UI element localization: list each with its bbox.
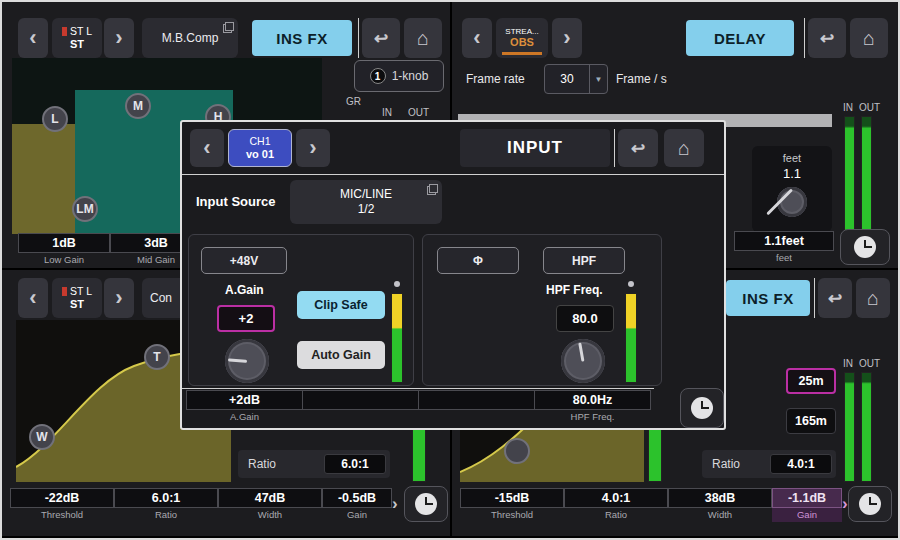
out-label: OUT: [408, 107, 429, 118]
one-knob-icon: [370, 68, 386, 84]
divider: [804, 18, 805, 58]
threshold-cell[interactable]: -22dBThreshold: [10, 488, 114, 522]
chevron-down-icon: [589, 65, 607, 93]
next-button[interactable]: [104, 18, 134, 58]
footer-expand-icon[interactable]: [392, 494, 398, 514]
next-button[interactable]: [296, 129, 330, 167]
undo-icon[interactable]: [818, 278, 852, 318]
ratio-label: Ratio: [702, 457, 740, 471]
back-button[interactable]: [190, 129, 224, 167]
feet-label: feet: [783, 152, 801, 164]
clock-icon: [415, 493, 437, 515]
out-label: OUT: [859, 358, 880, 369]
threshold-knob[interactable]: T: [144, 344, 170, 370]
hpf-freq-knob[interactable]: [561, 339, 605, 383]
home-icon[interactable]: [850, 18, 888, 58]
hpf-group: Φ HPF HPF Freq. 80.0: [422, 234, 662, 386]
gain-cell[interactable]: -0.5dBGain: [322, 488, 392, 522]
channel-name-2: vo 01: [246, 148, 274, 161]
one-knob-button[interactable]: 1-knob: [354, 60, 444, 92]
channel-select-button[interactable]: ST L ST: [52, 278, 102, 318]
in-meter: [844, 116, 855, 232]
clip-led: [628, 281, 634, 287]
low-gain-cell[interactable]: 1dBLow Gain: [18, 233, 110, 267]
width-cell[interactable]: 38dBWidth: [668, 488, 772, 522]
screen-title: DELAY: [686, 20, 794, 56]
empty-cell[interactable]: [302, 390, 419, 424]
ratio-label: Ratio: [238, 457, 276, 471]
popup-title: INPUT: [460, 129, 610, 167]
delay-value-box[interactable]: 25m: [786, 368, 836, 394]
channel-select-button[interactable]: CH1 vo 01: [228, 129, 292, 167]
ratio-cell[interactable]: 6.0:1Ratio: [114, 488, 218, 522]
channel-name-2: ST: [70, 298, 84, 311]
clip-safe-button[interactable]: Clip Safe: [297, 291, 385, 319]
channel-name: ST L: [70, 25, 92, 38]
next-button[interactable]: [552, 18, 582, 58]
width-knob[interactable]: W: [29, 424, 55, 450]
meter-clock-button[interactable]: [680, 388, 724, 428]
clock-icon: [691, 397, 713, 419]
undo-icon[interactable]: [362, 18, 400, 58]
meter-clock-button[interactable]: [848, 486, 892, 522]
preset-button[interactable]: M.B.Comp: [142, 18, 238, 58]
gain-cell[interactable]: -1.1dBGain: [772, 488, 842, 522]
phase-button[interactable]: Φ: [437, 247, 519, 274]
back-button[interactable]: [18, 18, 48, 58]
delay-knob[interactable]: [777, 187, 807, 217]
meter-clock-button[interactable]: [840, 229, 890, 265]
undo-icon[interactable]: [808, 18, 846, 58]
undo-icon[interactable]: [618, 129, 658, 167]
curve-knob[interactable]: [504, 438, 530, 464]
channel-name-2: OBS: [510, 36, 534, 49]
back-button[interactable]: [18, 278, 48, 318]
empty-cell[interactable]: [418, 390, 535, 424]
width-cell[interactable]: 47dBWidth: [218, 488, 322, 522]
back-button[interactable]: [462, 18, 492, 58]
again-cell[interactable]: +2dBA.Gain: [186, 390, 303, 424]
auto-gain-button[interactable]: Auto Gain: [297, 341, 385, 369]
preset-label: M.B.Comp: [162, 31, 219, 45]
channel-select-button[interactable]: ST L ST: [52, 18, 102, 58]
divider: [814, 278, 815, 318]
screen-title: INS FX: [252, 20, 352, 56]
threshold-cell[interactable]: -15dBThreshold: [460, 488, 564, 522]
channel-select-button[interactable]: STREA... OBS: [496, 18, 548, 58]
band-knob-lowmid[interactable]: LM: [72, 196, 98, 222]
home-icon[interactable]: [404, 18, 442, 58]
next-button[interactable]: [104, 278, 134, 318]
feet-cell[interactable]: 1.1feetfeet: [734, 231, 834, 265]
clock-icon: [859, 493, 881, 515]
ratio-cell[interactable]: 4.0:1Ratio: [564, 488, 668, 522]
input-source-button[interactable]: MIC/LINE 1/2: [290, 180, 442, 224]
channel-color-tick: [62, 287, 67, 296]
band-knob-mid[interactable]: M: [125, 93, 151, 119]
copy-icon: [223, 22, 234, 33]
input-source-label: Input Source: [196, 194, 275, 209]
divider: [614, 129, 615, 167]
delay-value-box-2[interactable]: 165m: [786, 408, 836, 434]
out-label: OUT: [859, 102, 880, 113]
home-icon[interactable]: [664, 129, 704, 167]
again-knob[interactable]: [225, 339, 269, 383]
phantom-48v-button[interactable]: +48V: [201, 247, 287, 274]
hpf-freq-cell[interactable]: 80.0HzHPF Freq.: [534, 390, 651, 424]
again-value-box[interactable]: +2: [217, 305, 275, 332]
hpf-freq-value-box[interactable]: 80.0: [556, 305, 614, 332]
frame-rate-dropdown[interactable]: 30: [544, 64, 608, 94]
meter-clock-button[interactable]: [404, 486, 448, 522]
home-icon[interactable]: [856, 278, 890, 318]
copy-icon: [427, 184, 438, 195]
input-popup: CH1 vo 01 INPUT Input Source MIC/LINE 1/…: [180, 120, 726, 430]
footer-expand-icon[interactable]: [842, 494, 848, 514]
channel-color-tick: [62, 27, 67, 36]
ratio-value: 4.0:1: [770, 454, 832, 474]
band-knob-low[interactable]: L: [42, 106, 68, 132]
hpf-level-meter: [625, 293, 637, 383]
in-label: IN: [843, 102, 853, 113]
ratio-row[interactable]: Ratio 4.0:1: [702, 450, 836, 478]
preset-label: Con: [150, 291, 172, 305]
hpf-button[interactable]: HPF: [543, 247, 625, 274]
ratio-row[interactable]: Ratio 6.0:1: [238, 450, 390, 478]
delay-feet-box[interactable]: feet 1.1: [752, 146, 832, 232]
